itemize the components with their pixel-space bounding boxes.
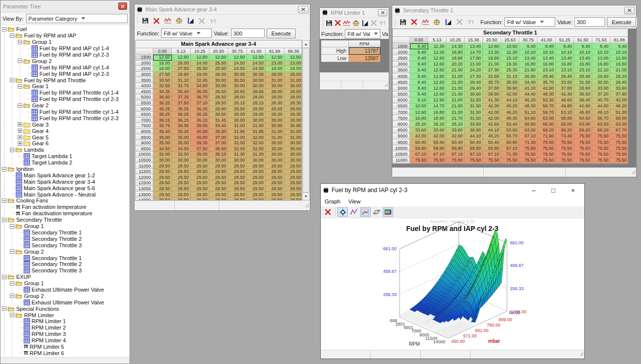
- expand-icon[interactable]: [18, 135, 22, 139]
- table-cell[interactable]: 37.80: [556, 85, 574, 91]
- table-cell[interactable]: 29.50: [247, 192, 266, 198]
- collapse-icon[interactable]: [10, 224, 14, 229]
- view-by-select[interactable]: Parameter Category: [26, 14, 128, 23]
- table-cell[interactable]: 34.40: [519, 79, 538, 85]
- column-header[interactable]: 41.00: [247, 48, 266, 55]
- resize-grip[interactable]: [305, 201, 309, 210]
- tree-item[interactable]: Fuel by RPM and IAP cyl 2-3: [0, 52, 130, 58]
- table-cell[interactable]: 8.40: [610, 43, 628, 49]
- table-cell[interactable]: 58.80: [483, 145, 501, 151]
- collapse-icon[interactable]: [2, 218, 6, 222]
- tree-item[interactable]: RPM Limiter 1: [0, 318, 130, 325]
- table-cell[interactable]: 32.00: [247, 146, 266, 152]
- table-cell[interactable]: 29.50: [284, 169, 302, 175]
- tree-item[interactable]: Group 1: [0, 280, 130, 287]
- table-cell[interactable]: 31.50: [465, 115, 483, 121]
- table-cell[interactable]: 12.20: [428, 49, 446, 55]
- table-cell[interactable]: 10.50: [501, 43, 519, 49]
- table-cell[interactable]: 34.50: [153, 146, 172, 152]
- tree-item[interactable]: Main Spark Advance gear 5-6: [0, 185, 130, 191]
- table-cell[interactable]: 29.50: [191, 174, 209, 180]
- table-cell[interactable]: 23.00: [266, 61, 284, 66]
- table-cell[interactable]: 63.00: [610, 121, 628, 127]
- table-cell[interactable]: 44.10: [501, 98, 519, 103]
- table-cell[interactable]: 53.60: [501, 128, 519, 133]
- scrollbar-thumb[interactable]: [303, 48, 309, 193]
- table-cell[interactable]: 16.80: [610, 62, 628, 67]
- column-header[interactable]: 71.63: [592, 37, 610, 43]
- table-cell[interactable]: 53.10: [556, 109, 574, 115]
- function-select[interactable]: Fill w/ Value: [505, 17, 555, 27]
- table-cell[interactable]: 17.90: [465, 55, 483, 61]
- table-cell[interactable]: 75.50: [410, 158, 428, 164]
- table-cell[interactable]: 49.10: [592, 109, 610, 115]
- table-cell[interactable]: 46.20: [501, 109, 519, 115]
- table-cell[interactable]: 75.50: [610, 133, 628, 139]
- table-cell[interactable]: 8.40: [556, 43, 574, 49]
- table-cell[interactable]: 71.30: [519, 139, 538, 145]
- table-cell[interactable]: 31.10: [501, 73, 519, 79]
- table-cell[interactable]: 25.00: [191, 66, 209, 72]
- table-cell[interactable]: 59.70: [538, 109, 556, 115]
- table-cell[interactable]: 33.60: [465, 121, 483, 127]
- table-cell[interactable]: 36.00: [153, 95, 172, 100]
- table-cell[interactable]: 42.00: [610, 98, 628, 103]
- maximize-icon[interactable]: □: [543, 187, 563, 194]
- table-cell[interactable]: 58.80: [519, 121, 538, 127]
- resize-grip[interactable]: [631, 167, 636, 176]
- tree-item[interactable]: Group 1: [0, 39, 130, 45]
- column-header[interactable]: 20.50: [483, 37, 501, 43]
- table-cell[interactable]: 36.05: [172, 123, 191, 129]
- table-cell[interactable]: 35.00: [172, 134, 191, 140]
- table-cell[interactable]: 29.50: [266, 186, 284, 192]
- table-cell[interactable]: 75.50: [610, 151, 628, 157]
- table-cell[interactable]: 29.40: [610, 79, 628, 85]
- table-cell[interactable]: 32.00: [228, 140, 247, 146]
- table-cell[interactable]: 71.30: [501, 151, 519, 157]
- table-cell[interactable]: 29.50: [191, 163, 209, 169]
- table-cell[interactable]: 48.30: [538, 92, 556, 98]
- column-header[interactable]: 5.13: [172, 48, 191, 55]
- table-cell[interactable]: 12.60: [483, 43, 501, 49]
- row-header[interactable]: 11000: [393, 158, 410, 164]
- table-cell[interactable]: 40.70: [592, 98, 610, 103]
- table-cell[interactable]: 30.00: [284, 152, 302, 158]
- table-cell[interactable]: 48.30: [519, 103, 538, 109]
- table-cell[interactable]: 75.50: [556, 145, 574, 151]
- table-cell[interactable]: 28.00: [284, 95, 302, 100]
- row-header[interactable]: 7500: [393, 115, 410, 121]
- table-cell[interactable]: 32.00: [247, 140, 266, 146]
- table-cell[interactable]: 42.00: [483, 103, 501, 109]
- table-cell[interactable]: 33.60: [556, 79, 574, 85]
- column-header[interactable]: 20.50: [209, 48, 228, 55]
- table-cell[interactable]: 31.50: [465, 103, 483, 109]
- table-cell[interactable]: 36.25: [153, 112, 172, 118]
- scroll-up-icon[interactable]: [303, 40, 309, 48]
- table-cell[interactable]: 8.40: [410, 92, 428, 98]
- table-cell[interactable]: 67.10: [465, 151, 483, 157]
- table-cell[interactable]: 34.35: [153, 89, 172, 95]
- table-cell[interactable]: 21.80: [519, 67, 538, 73]
- table-cell[interactable]: 15.10: [501, 55, 519, 61]
- table-cell[interactable]: 30.50: [247, 77, 266, 83]
- table-cell[interactable]: 12.60: [428, 62, 446, 67]
- table-cell[interactable]: 29.50: [153, 180, 172, 186]
- table-cell[interactable]: 21.00: [483, 62, 501, 67]
- tree-item[interactable]: EXUP: [0, 274, 130, 280]
- table-cell[interactable]: 21.00: [446, 79, 465, 85]
- table-cell[interactable]: 36.05: [191, 89, 209, 95]
- table-cell[interactable]: 75.50: [574, 145, 592, 151]
- tree-item[interactable]: Secondary Throttle 3: [0, 267, 130, 274]
- tree-item[interactable]: Fuel by RPM and Throttle cyl 1-4: [0, 90, 130, 96]
- table-cell[interactable]: 75.50: [519, 145, 538, 151]
- tree-item[interactable]: Lambda: [0, 147, 130, 153]
- row-header[interactable]: 9500: [135, 146, 153, 152]
- table-cell[interactable]: 21.00: [446, 73, 465, 79]
- column-header[interactable]: RPM: [349, 40, 380, 47]
- tree-item[interactable]: Fuel by RPM and IAP cyl 2-3: [0, 70, 130, 77]
- table-cell[interactable]: 13.40: [574, 55, 592, 61]
- table-cell[interactable]: 21.70: [446, 115, 465, 121]
- execute-button[interactable]: Execute: [267, 29, 296, 38]
- table-cell[interactable]: 29.40: [465, 85, 483, 91]
- table-cell[interactable]: 29.50: [284, 180, 302, 186]
